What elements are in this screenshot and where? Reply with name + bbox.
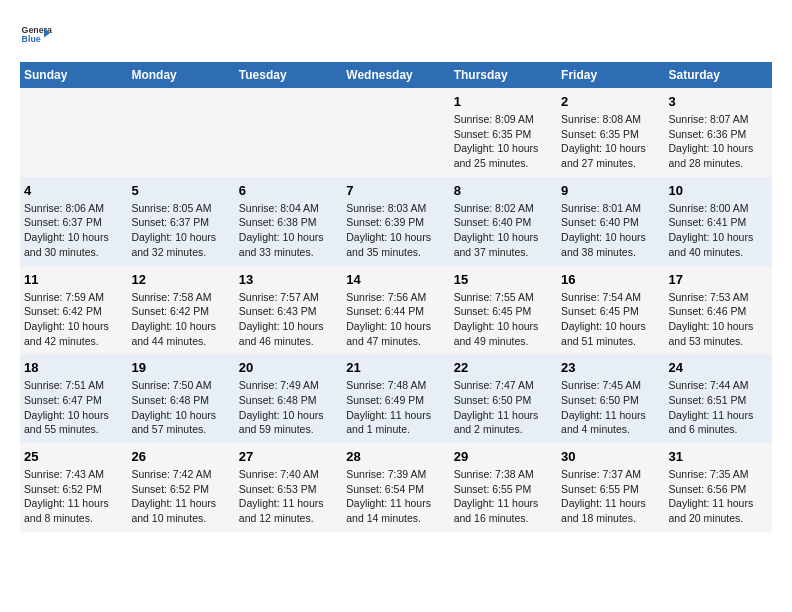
day-info-text: Daylight: 10 hours: [24, 319, 123, 334]
day-info-text: Daylight: 10 hours: [669, 141, 768, 156]
calendar-cell: 31Sunrise: 7:35 AMSunset: 6:56 PMDayligh…: [665, 443, 772, 532]
calendar-cell: 6Sunrise: 8:04 AMSunset: 6:38 PMDaylight…: [235, 177, 342, 266]
day-number: 25: [24, 449, 123, 464]
day-number: 3: [669, 94, 768, 109]
calendar-week-row: 18Sunrise: 7:51 AMSunset: 6:47 PMDayligh…: [20, 354, 772, 443]
day-info-text: and 30 minutes.: [24, 245, 123, 260]
day-info-text: Daylight: 11 hours: [561, 408, 660, 423]
calendar-cell: 23Sunrise: 7:45 AMSunset: 6:50 PMDayligh…: [557, 354, 664, 443]
day-info-text: and 6 minutes.: [669, 422, 768, 437]
header-monday: Monday: [127, 62, 234, 88]
day-info-text: Sunset: 6:45 PM: [454, 304, 553, 319]
day-info-text: Sunrise: 7:56 AM: [346, 290, 445, 305]
day-number: 4: [24, 183, 123, 198]
day-info-text: Daylight: 11 hours: [669, 408, 768, 423]
day-info-text: Daylight: 10 hours: [131, 230, 230, 245]
calendar-cell: 2Sunrise: 8:08 AMSunset: 6:35 PMDaylight…: [557, 88, 664, 177]
day-info-text: Sunrise: 7:35 AM: [669, 467, 768, 482]
day-info-text: Sunrise: 7:57 AM: [239, 290, 338, 305]
day-info-text: and 12 minutes.: [239, 511, 338, 526]
day-info-text: Sunrise: 8:04 AM: [239, 201, 338, 216]
day-info-text: Sunset: 6:37 PM: [131, 215, 230, 230]
calendar-cell: 11Sunrise: 7:59 AMSunset: 6:42 PMDayligh…: [20, 266, 127, 355]
day-info-text: Sunset: 6:53 PM: [239, 482, 338, 497]
calendar-cell: 21Sunrise: 7:48 AMSunset: 6:49 PMDayligh…: [342, 354, 449, 443]
day-info-text: Sunset: 6:51 PM: [669, 393, 768, 408]
day-info-text: Sunset: 6:46 PM: [669, 304, 768, 319]
calendar-cell: 7Sunrise: 8:03 AMSunset: 6:39 PMDaylight…: [342, 177, 449, 266]
header-saturday: Saturday: [665, 62, 772, 88]
calendar-cell: 24Sunrise: 7:44 AMSunset: 6:51 PMDayligh…: [665, 354, 772, 443]
header-wednesday: Wednesday: [342, 62, 449, 88]
day-number: 22: [454, 360, 553, 375]
day-info-text: Daylight: 10 hours: [24, 408, 123, 423]
day-info-text: and 16 minutes.: [454, 511, 553, 526]
day-number: 15: [454, 272, 553, 287]
calendar-cell: 19Sunrise: 7:50 AMSunset: 6:48 PMDayligh…: [127, 354, 234, 443]
day-info-text: and 14 minutes.: [346, 511, 445, 526]
day-info-text: Daylight: 10 hours: [454, 230, 553, 245]
day-info-text: and 25 minutes.: [454, 156, 553, 171]
day-info-text: Sunrise: 7:50 AM: [131, 378, 230, 393]
header-thursday: Thursday: [450, 62, 557, 88]
day-info-text: Sunrise: 7:53 AM: [669, 290, 768, 305]
day-number: 8: [454, 183, 553, 198]
day-info-text: Sunset: 6:44 PM: [346, 304, 445, 319]
day-info-text: and 20 minutes.: [669, 511, 768, 526]
day-number: 27: [239, 449, 338, 464]
day-info-text: Sunrise: 7:55 AM: [454, 290, 553, 305]
day-info-text: and 35 minutes.: [346, 245, 445, 260]
day-info-text: and 38 minutes.: [561, 245, 660, 260]
day-info-text: Sunset: 6:50 PM: [454, 393, 553, 408]
day-info-text: Sunrise: 8:09 AM: [454, 112, 553, 127]
day-info-text: Daylight: 11 hours: [454, 496, 553, 511]
day-info-text: Daylight: 10 hours: [346, 230, 445, 245]
day-info-text: and 49 minutes.: [454, 334, 553, 349]
day-info-text: and 32 minutes.: [131, 245, 230, 260]
day-info-text: Sunrise: 7:59 AM: [24, 290, 123, 305]
day-info-text: and 8 minutes.: [24, 511, 123, 526]
day-number: 24: [669, 360, 768, 375]
day-number: 2: [561, 94, 660, 109]
day-info-text: and 59 minutes.: [239, 422, 338, 437]
calendar-cell: 18Sunrise: 7:51 AMSunset: 6:47 PMDayligh…: [20, 354, 127, 443]
day-info-text: Sunrise: 7:54 AM: [561, 290, 660, 305]
calendar-week-row: 1Sunrise: 8:09 AMSunset: 6:35 PMDaylight…: [20, 88, 772, 177]
day-info-text: Daylight: 10 hours: [24, 230, 123, 245]
day-info-text: and 55 minutes.: [24, 422, 123, 437]
day-info-text: and 57 minutes.: [131, 422, 230, 437]
logo-icon: General Blue: [20, 20, 52, 52]
day-info-text: Sunrise: 7:40 AM: [239, 467, 338, 482]
day-info-text: Sunrise: 7:38 AM: [454, 467, 553, 482]
calendar-cell: 10Sunrise: 8:00 AMSunset: 6:41 PMDayligh…: [665, 177, 772, 266]
day-info-text: and 53 minutes.: [669, 334, 768, 349]
calendar-cell: 13Sunrise: 7:57 AMSunset: 6:43 PMDayligh…: [235, 266, 342, 355]
calendar-cell: 3Sunrise: 8:07 AMSunset: 6:36 PMDaylight…: [665, 88, 772, 177]
day-info-text: and 42 minutes.: [24, 334, 123, 349]
header-friday: Friday: [557, 62, 664, 88]
calendar-cell: 29Sunrise: 7:38 AMSunset: 6:55 PMDayligh…: [450, 443, 557, 532]
day-info-text: and 51 minutes.: [561, 334, 660, 349]
calendar-table: SundayMondayTuesdayWednesdayThursdayFrid…: [20, 62, 772, 532]
day-number: 11: [24, 272, 123, 287]
day-info-text: Sunset: 6:40 PM: [454, 215, 553, 230]
day-info-text: Sunrise: 7:48 AM: [346, 378, 445, 393]
day-number: 12: [131, 272, 230, 287]
day-number: 13: [239, 272, 338, 287]
calendar-week-row: 11Sunrise: 7:59 AMSunset: 6:42 PMDayligh…: [20, 266, 772, 355]
day-info-text: Sunset: 6:43 PM: [239, 304, 338, 319]
day-info-text: Sunrise: 8:05 AM: [131, 201, 230, 216]
day-info-text: Sunrise: 7:45 AM: [561, 378, 660, 393]
day-info-text: Sunset: 6:54 PM: [346, 482, 445, 497]
day-info-text: Sunset: 6:42 PM: [131, 304, 230, 319]
day-number: 26: [131, 449, 230, 464]
day-info-text: Sunrise: 7:37 AM: [561, 467, 660, 482]
day-info-text: Sunset: 6:38 PM: [239, 215, 338, 230]
calendar-cell: [342, 88, 449, 177]
day-info-text: Sunset: 6:42 PM: [24, 304, 123, 319]
day-info-text: Daylight: 11 hours: [669, 496, 768, 511]
day-info-text: Sunrise: 7:51 AM: [24, 378, 123, 393]
day-info-text: Sunrise: 8:00 AM: [669, 201, 768, 216]
day-info-text: Sunset: 6:40 PM: [561, 215, 660, 230]
day-info-text: Sunrise: 7:47 AM: [454, 378, 553, 393]
